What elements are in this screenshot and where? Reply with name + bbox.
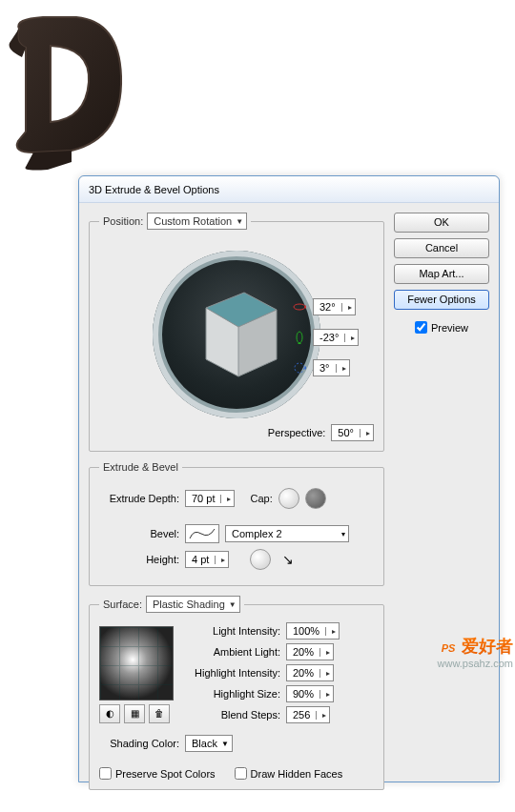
watermark: PS 爱好者 www.psahz.com	[438, 631, 513, 669]
bevel-in-button[interactable]	[250, 549, 271, 570]
chevron-down-icon: ▼	[229, 600, 237, 609]
delete-light-button[interactable]: 🗑	[149, 704, 170, 723]
cap-off-button[interactable]	[305, 488, 326, 509]
bevel-preview-icon	[185, 524, 219, 543]
svg-point-5	[297, 332, 302, 343]
cap-on-button[interactable]	[278, 488, 299, 509]
dialog-titlebar[interactable]: 3D Extrude & Bevel Options	[79, 176, 499, 203]
map-art-button[interactable]: Map Art...	[394, 264, 489, 284]
chevron-down-icon: ▾	[341, 530, 345, 538]
bevel-height-label: Height:	[99, 554, 179, 565]
chevron-down-icon: ▼	[221, 740, 229, 748]
light-intensity-input[interactable]: 100%▸	[286, 622, 340, 639]
group-surface: Surface: Plastic Shading ▼ ◐ ▦ 🗑	[89, 596, 384, 790]
draw-hidden-checkbox[interactable]: Draw Hidden Faces	[235, 767, 343, 780]
light-intensity-label: Light Intensity:	[185, 625, 280, 637]
light-sphere[interactable]	[99, 626, 174, 700]
shading-color-label: Shading Color:	[99, 738, 179, 749]
svg-point-6	[295, 363, 304, 373]
preserve-spot-checkbox[interactable]: Preserve Spot Colors	[99, 767, 216, 780]
ok-button[interactable]: OK	[394, 213, 489, 233]
cube-preview-icon	[189, 281, 284, 386]
highlight-size-input[interactable]: 90%▸	[286, 685, 334, 702]
move-light-back-button[interactable]: ◐	[99, 704, 120, 723]
cancel-button[interactable]: Cancel	[394, 238, 489, 258]
dialog-3d-extrude-bevel: 3D Extrude & Bevel Options Position: Cus…	[78, 175, 500, 782]
position-label: Position:	[103, 215, 143, 227]
cap-label: Cap:	[250, 493, 272, 504]
blend-steps-input[interactable]: 256▸	[286, 706, 330, 723]
highlight-intensity-input[interactable]: 20%▸	[286, 664, 334, 681]
ambient-light-input[interactable]: 20%▸	[286, 643, 334, 660]
chevron-down-icon: ▼	[236, 217, 243, 226]
highlight-intensity-label: Highlight Intensity:	[185, 667, 280, 679]
angle-y-input[interactable]: -23°▸	[313, 329, 359, 346]
shading-color-dropdown[interactable]: Black ▼	[185, 735, 233, 752]
new-light-button[interactable]: ▦	[124, 704, 145, 723]
svg-point-4	[294, 304, 305, 310]
highlight-size-label: Highlight Size:	[185, 688, 280, 700]
ambient-light-label: Ambient Light:	[185, 646, 280, 658]
perspective-input[interactable]: 50°▸	[331, 424, 374, 441]
extrude-depth-label: Extrude Depth:	[99, 493, 179, 504]
rotate-y-icon	[292, 330, 307, 345]
surface-label: Surface:	[103, 599, 142, 610]
group-position: Position: Custom Rotation ▼	[89, 213, 384, 452]
bevel-out-icon[interactable]: ↘	[282, 552, 294, 567]
group-extrude-bevel: Extrude & Bevel Extrude Depth: 70 pt▸ Ca…	[89, 461, 384, 586]
perspective-label: Perspective:	[268, 427, 326, 438]
position-dropdown[interactable]: Custom Rotation ▼	[147, 213, 247, 230]
bevel-dropdown[interactable]: Complex 2 ▾	[225, 525, 349, 542]
bevel-height-input[interactable]: 4 pt▸	[185, 551, 229, 568]
fewer-options-button[interactable]: Fewer Options	[394, 290, 489, 310]
surface-legend: Surface: Plastic Shading ▼	[99, 596, 244, 613]
dialog-title: 3D Extrude & Bevel Options	[89, 184, 219, 195]
bevel-label: Bevel:	[99, 528, 179, 539]
angle-z-input[interactable]: 3°▸	[313, 359, 350, 376]
extrude-bevel-legend: Extrude & Bevel	[99, 461, 182, 473]
blend-steps-label: Blend Steps:	[185, 709, 280, 721]
angle-x-input[interactable]: 32°▸	[313, 298, 356, 315]
preview-checkbox[interactable]: Preview	[394, 321, 489, 334]
rotate-z-icon	[292, 360, 307, 376]
surface-dropdown[interactable]: Plastic Shading ▼	[146, 596, 240, 613]
artwork-letter-d	[5, 10, 129, 172]
rotate-x-icon	[292, 299, 307, 315]
extrude-depth-input[interactable]: 70 pt▸	[185, 490, 235, 507]
position-legend: Position: Custom Rotation ▼	[99, 213, 251, 230]
